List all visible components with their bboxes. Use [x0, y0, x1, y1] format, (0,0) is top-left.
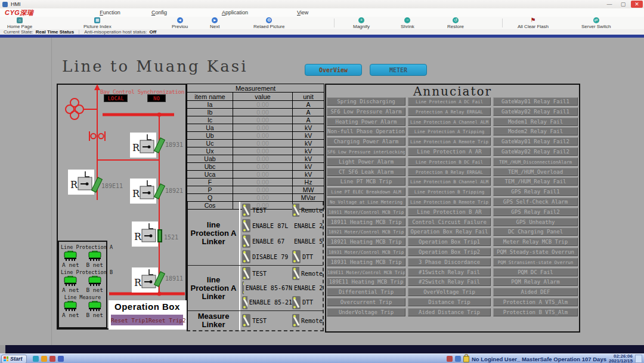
annunciator-tile[interactable]: Heating Power Alarm — [327, 118, 405, 126]
linker-switch-icon[interactable] — [292, 296, 301, 309]
annunciator-tile[interactable]: PQM Stransient-state Overrun — [493, 258, 578, 266]
linker-switch-icon[interactable] — [292, 267, 299, 280]
meter-button[interactable]: METER — [370, 64, 427, 76]
linker-switch-icon[interactable] — [242, 267, 250, 280]
close-button[interactable]: ✕ — [631, 1, 643, 8]
linker-switch-icon[interactable] — [242, 204, 250, 217]
menu-function[interactable]: Function — [96, 10, 124, 16]
annunciator-tile[interactable]: Operation Box Trip1 — [408, 238, 491, 246]
linker-switch-icon[interactable] — [242, 281, 244, 294]
annunciator-tile[interactable]: SF6 Low Pressure interLocking — [327, 147, 405, 156]
switch-1521[interactable] — [157, 229, 162, 242]
annunciator-tile[interactable]: Aided DEF — [493, 288, 578, 296]
reset-trip1-button[interactable]: Reset Trip1 — [111, 317, 148, 324]
breaker-box-18911[interactable]: R — [132, 267, 158, 293]
linker-switch-icon[interactable] — [242, 250, 250, 263]
annunciator-tile[interactable]: Control Circuit Failure — [408, 218, 491, 226]
annunciator-tile[interactable]: Charging Power Alarm — [327, 137, 405, 146]
server-switch-button[interactable]: ⇄ Server Switch — [581, 17, 611, 29]
next-button[interactable]: ► Next — [210, 17, 219, 29]
annunciator-tile[interactable]: GPS Relay Fail1 — [493, 187, 578, 196]
annunciator-tile[interactable]: 18931 Heating MCB Trip — [327, 258, 405, 266]
annunciator-tile[interactable]: PQM Steady-state Overrun — [493, 248, 578, 256]
annunciator-tile[interactable]: Protection B Relay ERR&AL — [408, 168, 491, 176]
annunciator-tile[interactable]: Line Protection B Channel ALM — [408, 177, 491, 186]
breaker-box-18931[interactable]: R — [130, 133, 156, 158]
annunciator-tile[interactable]: Line Protection B Remote Trip — [408, 198, 491, 206]
linker-switch-icon[interactable] — [292, 204, 299, 217]
annunciator-tile[interactable]: Protection A VTS_Alm — [493, 298, 578, 306]
annunciator-tile[interactable]: Line Protection A AR — [408, 147, 491, 156]
annunciator-tile[interactable]: PQM Relay Alarm — [493, 278, 578, 286]
annunciator-tile[interactable]: Line Protection A Channel ALM — [408, 118, 491, 126]
annunciator-tile[interactable]: 3 Phase Discordance — [408, 258, 491, 266]
annunciator-tile[interactable]: Protection B VTS_Alm — [493, 308, 578, 316]
annunciator-tile[interactable]: PQM DC Fail — [493, 268, 578, 276]
annunciator-tile[interactable]: DC Charging Panel — [493, 227, 578, 236]
annunciator-tile[interactable]: GateWay02 Relay Fail2 — [493, 147, 578, 156]
all-clear-flash-button[interactable]: ⚑ All Clear Flash — [518, 17, 549, 29]
annunciator-tile[interactable]: Modem2 Relay Fail — [493, 127, 578, 136]
linker-switch-icon[interactable] — [242, 314, 250, 327]
annunciator-tile[interactable]: GateWay01 Relay Fail2 — [493, 137, 578, 146]
menu-application[interactable]: Application — [218, 10, 252, 16]
annunciator-tile[interactable]: Line Protection A DC Fail — [408, 97, 491, 106]
quick-launch-icon[interactable] — [33, 356, 39, 362]
picture-index-button[interactable]: ▦ Picture Index — [83, 17, 112, 29]
annunciator-tile[interactable]: 18911 Moter/Control MCB Trip — [327, 208, 405, 216]
annunciator-tile[interactable]: TEM_/HUM_DisconnectionAlarm — [493, 158, 578, 166]
annunciator-tile[interactable]: GPS Unheathy — [493, 218, 578, 226]
annunciator-tile[interactable]: 189E11 Moter/Control MCB Trip — [327, 268, 405, 276]
annunciator-tile[interactable]: Aided Distance Trip — [408, 308, 491, 316]
linker-switch-icon[interactable] — [242, 296, 247, 309]
related-picture-button[interactable]: ❂ Relaed Picture — [253, 17, 284, 29]
annunciator-tile[interactable]: No Voltage at Line Metering — [327, 198, 405, 206]
show-desktop-button[interactable] — [635, 355, 642, 363]
maximize-button[interactable]: ▢ — [617, 1, 629, 8]
annunciator-tile[interactable]: Line Protection A Tripping — [408, 127, 491, 136]
breaker-box-1521[interactable]: R — [132, 222, 158, 247]
quick-launch-icon[interactable] — [58, 356, 64, 362]
magnify-button[interactable]: + Magnify — [353, 17, 370, 29]
breaker-box-18921[interactable]: R — [130, 179, 156, 204]
annunciator-tile[interactable]: CT SF6 Leak Alarm — [327, 168, 405, 176]
annunciator-tile[interactable]: Operation Box Relay Fail — [408, 227, 491, 236]
linker-switch-icon[interactable] — [292, 250, 301, 263]
annunciator-tile[interactable]: 18931 Moter/Control MCB Trip — [327, 248, 405, 256]
annunciator-tile[interactable]: Light Power Alarm — [327, 158, 405, 166]
annunciator-tile[interactable]: GateWay01 Relay Fail1 — [493, 97, 578, 106]
annunciator-tile[interactable]: OverVoltage Trip — [408, 288, 491, 296]
annunciator-tile[interactable]: Modem1 Relay Fail — [493, 118, 578, 126]
minimize-button[interactable]: — — [603, 1, 615, 8]
annunciator-tile[interactable]: Distance Trip — [408, 298, 491, 306]
quick-launch-icon[interactable] — [49, 356, 55, 362]
annunciator-tile[interactable]: 189E11 Heating MCB Trip — [327, 278, 405, 286]
annunciator-tile[interactable]: SF6 Low Pressure Alarm — [327, 107, 405, 116]
annunciator-tile[interactable]: Meter Relay MCB Trip — [493, 238, 578, 246]
annunciator-tile[interactable]: GPS Self-Check Alarm — [493, 198, 578, 206]
annunciator-tile[interactable]: 18921 Moter/Control MCB Trip — [327, 227, 405, 236]
home-page-button[interactable]: ⌂ Home Page — [7, 17, 32, 29]
overview-button[interactable]: OverView — [305, 64, 362, 76]
annunciator-tile[interactable]: GPS Relay Fail2 — [493, 208, 578, 216]
tray-alarm-icon[interactable] — [447, 356, 453, 362]
annunciator-tile[interactable]: GateWay02 Relay Fail1 — [493, 107, 578, 116]
annunciator-tile[interactable]: Line Protection B AR — [408, 208, 491, 216]
lock-icon[interactable] — [463, 356, 469, 362]
annunciator-tile[interactable]: Line Protection B DC Fail — [408, 158, 491, 166]
annunciator-tile[interactable]: 18921 Heating MCB Trip — [327, 238, 405, 246]
annunciator-tile[interactable]: TEM_/HUM_Overload — [493, 168, 578, 176]
restore-button[interactable]: ↺ Restore — [447, 17, 464, 29]
annunciator-tile[interactable]: Spring Discharging — [327, 97, 405, 106]
linker-switch-icon[interactable] — [242, 219, 250, 232]
annunciator-tile[interactable]: TEM_/HUM_Relay Fail — [493, 177, 578, 186]
linker-switch-icon[interactable] — [292, 314, 299, 327]
shrink-button[interactable]: − Shrink — [401, 17, 414, 29]
annunciator-tile[interactable]: Line PT MCB Trip — [327, 177, 405, 186]
quick-launch-icon[interactable] — [41, 356, 47, 362]
annunciator-tile[interactable]: Line PT ELEC Breakdown ALM — [327, 187, 405, 196]
start-button[interactable]: Start — [1, 355, 27, 363]
linker-switch-icon[interactable] — [242, 235, 250, 248]
annunciator-tile[interactable]: #2Switch Relay Fail — [408, 278, 491, 286]
annunciator-tile[interactable]: Line Protection A Remote Trip — [408, 137, 491, 146]
